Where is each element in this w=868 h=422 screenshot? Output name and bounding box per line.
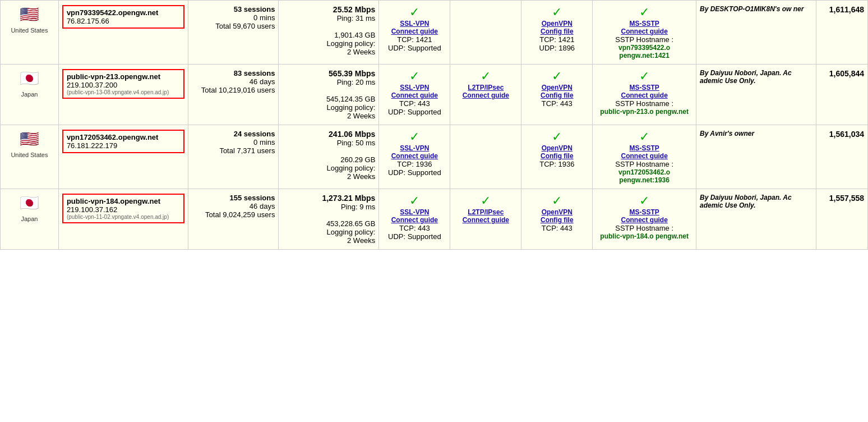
score-value: 1,557,558 (829, 194, 864, 203)
score-cell: 1,561,034 (816, 125, 867, 189)
ssl-connect-guide[interactable]: Connect guide (382, 216, 446, 224)
uptime: 46 days (192, 202, 275, 210)
ssl-vpn-cell: ✓ SSL-VPN Connect guide TCP: 443 UDP: Su… (379, 189, 450, 250)
speed-value: 25.52 Mbps (282, 5, 375, 14)
openvpn-check-icon: ✓ (525, 194, 589, 208)
mssstp-connect-guide[interactable]: Connect guide (596, 27, 692, 35)
server-hostname[interactable]: vpn793395422.opengw.net (67, 8, 180, 17)
openvpn-config-file[interactable]: Config file (525, 216, 589, 224)
openvpn-label[interactable]: OpenVPN (525, 20, 589, 27)
openvpn-check-icon: ✓ (525, 130, 589, 144)
country-cell: 🇺🇸 United States (1, 125, 59, 189)
sstp-hostname[interactable]: public-vpn-213.o pengw.net (596, 108, 692, 116)
score-cell: 1,611,648 (816, 1, 867, 65)
openvpn-udp: UDP: 1896 (525, 44, 589, 52)
ms-sstp-cell: ✓ MS-SSTP Connect guide SSTP Hostname : … (593, 189, 696, 250)
logging-label: Logging policy: (282, 228, 375, 236)
sstp-hostname[interactable]: public-vpn-184.o pengw.net (596, 232, 692, 240)
operator-name: By Avnir's owner (700, 130, 754, 137)
table-row: 🇺🇸 United States vpn793395422.opengw.net… (1, 1, 868, 65)
l2tp-label[interactable]: L2TP/IPsec (454, 208, 518, 216)
table-row: 🇯🇵 Japan public-vpn-213.opengw.net 219.1… (1, 65, 868, 125)
l2tp-label[interactable]: L2TP/IPsec (454, 84, 518, 91)
server-box: vpn793395422.opengw.net 76.82.175.66 (62, 5, 184, 29)
mssstp-label[interactable]: MS-SSTP (596, 20, 692, 27)
logging-period: 2 Weeks (282, 236, 375, 245)
server-cell: vpn793395422.opengw.net 76.82.175.66 (58, 1, 188, 65)
server-altname: (public-vpn-11-02.vpngate.v4.open.ad.jp) (67, 214, 180, 220)
ms-sstp-cell: ✓ MS-SSTP Connect guide SSTP Hostname : … (593, 1, 696, 65)
score-value: 1,605,844 (829, 69, 864, 78)
openvpn-label[interactable]: OpenVPN (525, 84, 589, 91)
total-users: Total 10,219,016 users (192, 86, 275, 94)
ssl-vpn-label[interactable]: SSL-VPN (382, 208, 446, 216)
l2tp-connect-guide[interactable]: Connect guide (454, 216, 518, 224)
country-flag: 🇯🇵 (4, 69, 55, 88)
mssstp-label[interactable]: MS-SSTP (596, 144, 692, 152)
session-count: 53 sessions (192, 5, 275, 13)
sstp-hostname[interactable]: vpn793395422.o pengw.net:1421 (596, 44, 692, 59)
operator-cell: By Daiyuu Nobori, Japan. Ac ademic Use O… (696, 189, 816, 250)
ssl-vpn-label[interactable]: SSL-VPN (382, 84, 446, 91)
openvpn-config-file[interactable]: Config file (525, 27, 589, 35)
mssstp-label[interactable]: MS-SSTP (596, 84, 692, 91)
session-count: 83 sessions (192, 69, 275, 77)
sstp-hostname[interactable]: vpn172053462.o pengw.net:1936 (596, 168, 692, 184)
mssstp-connect-guide[interactable]: Connect guide (596, 216, 692, 224)
logging-period: 2 Weeks (282, 48, 375, 56)
openvpn-check-icon: ✓ (525, 5, 589, 20)
vpn-server-table: 🇺🇸 United States vpn793395422.opengw.net… (0, 0, 868, 250)
openvpn-check-icon: ✓ (525, 69, 589, 84)
country-cell: 🇯🇵 Japan (1, 189, 59, 250)
total-users: Total 59,670 users (192, 22, 275, 30)
ssl-check-icon: ✓ (382, 194, 446, 208)
mssstp-check-icon: ✓ (596, 194, 692, 208)
sstp-hostname-label: SSTP Hostname : (596, 160, 692, 168)
ssl-vpn-label[interactable]: SSL-VPN (382, 144, 446, 152)
mssstp-label[interactable]: MS-SSTP (596, 208, 692, 216)
ssl-vpn-label[interactable]: SSL-VPN (382, 20, 446, 27)
openvpn-config-file[interactable]: Config file (525, 91, 589, 99)
openvpn-label[interactable]: OpenVPN (525, 208, 589, 216)
l2tp-connect-guide[interactable]: Connect guide (454, 91, 518, 99)
ssl-connect-guide[interactable]: Connect guide (382, 27, 446, 35)
score-value: 1,561,034 (829, 130, 864, 139)
ssl-connect-guide[interactable]: Connect guide (382, 91, 446, 99)
score-cell: 1,557,558 (816, 189, 867, 250)
speed-value: 241.06 Mbps (282, 130, 375, 139)
server-hostname[interactable]: public-vpn-213.opengw.net (67, 72, 180, 81)
openvpn-tcp: TCP: 1936 (525, 160, 589, 168)
ping: Ping: 31 ms (282, 14, 375, 22)
server-hostname[interactable]: vpn172053462.opengw.net (67, 133, 180, 141)
ssl-udp: UDP: Supported (382, 232, 446, 241)
openvpn-cell: ✓ OpenVPN Config file TCP: 1936 (521, 125, 593, 189)
country-cell: 🇺🇸 United States (1, 1, 59, 65)
ssl-connect-guide[interactable]: Connect guide (382, 152, 446, 160)
ssl-check-icon: ✓ (382, 69, 446, 84)
ssl-tcp: TCP: 443 (382, 99, 446, 108)
operator-name: By Daiyuu Nobori, Japan. Ac ademic Use O… (700, 194, 792, 209)
openvpn-cell: ✓ OpenVPN Config file TCP: 1421 UDP: 189… (521, 1, 593, 65)
l2tp-cell (450, 1, 521, 65)
stats-cell: 83 sessions 46 days Total 10,219,016 use… (188, 65, 279, 125)
speed-cell: 25.52 Mbps Ping: 31 ms 1,901.43 GB Loggi… (279, 1, 379, 65)
server-box: public-vpn-184.opengw.net 219.100.37.162… (62, 194, 184, 223)
ssl-vpn-cell: ✓ SSL-VPN Connect guide TCP: 443 UDP: Su… (379, 65, 450, 125)
openvpn-label[interactable]: OpenVPN (525, 144, 589, 152)
logging-label: Logging policy: (282, 103, 375, 112)
server-hostname[interactable]: public-vpn-184.opengw.net (67, 197, 180, 205)
transfer: 260.29 GB (282, 155, 375, 164)
country-cell: 🇯🇵 Japan (1, 65, 59, 125)
stats-cell: 53 sessions 0 mins Total 59,670 users (188, 1, 279, 65)
openvpn-tcp: TCP: 443 (525, 224, 589, 232)
mssstp-connect-guide[interactable]: Connect guide (596, 152, 692, 160)
session-count: 155 sessions (192, 194, 275, 202)
country-name: United States (11, 27, 48, 34)
ping: Ping: 20 ms (282, 78, 375, 86)
mssstp-connect-guide[interactable]: Connect guide (596, 91, 692, 99)
sstp-hostname-label: SSTP Hostname : (596, 224, 692, 232)
total-users: Total 7,371 users (192, 146, 275, 155)
openvpn-config-file[interactable]: Config file (525, 152, 589, 160)
l2tp-cell (450, 125, 521, 189)
ssl-tcp: TCP: 1936 (382, 160, 446, 168)
